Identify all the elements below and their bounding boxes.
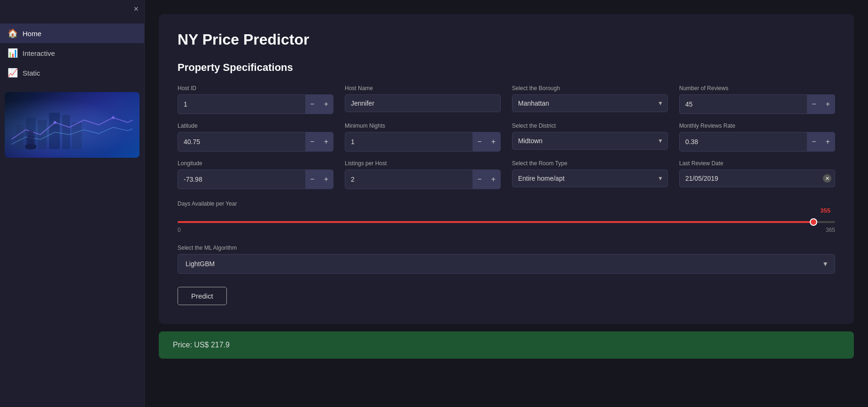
monthly-reviews-input-group: − +: [679, 132, 835, 152]
last-review-input[interactable]: [679, 169, 835, 187]
svg-rect-9: [27, 136, 34, 147]
monthly-reviews-input[interactable]: [680, 133, 807, 150]
district-select[interactable]: Midtown Upper West Side Harlem Chelsea S…: [512, 132, 668, 150]
borough-select-wrapper: Manhattan Brooklyn Queens Bronx Staten I…: [512, 94, 668, 112]
sidebar: × 🏠 Home 📊 Interactive 📈 Static: [0, 0, 145, 407]
price-result: Price: US$ 217.9: [159, 331, 854, 359]
content-card: NY Price Predictor Property Specificatio…: [159, 14, 854, 324]
sidebar-item-interactive-label: Interactive: [23, 49, 55, 57]
sidebar-item-interactive[interactable]: 📊 Interactive: [0, 43, 144, 63]
slider-container: 355 0 365: [178, 207, 835, 233]
num-reviews-input-group: − +: [679, 94, 835, 114]
host-id-input-group: − +: [178, 94, 333, 114]
longitude-label: Longitude: [178, 160, 333, 167]
interactive-icon: 📊: [8, 48, 18, 58]
borough-select[interactable]: Manhattan Brooklyn Queens Bronx Staten I…: [512, 94, 668, 112]
slider-max-label: 365: [826, 227, 835, 233]
sidebar-item-home[interactable]: 🏠 Home: [0, 23, 144, 43]
last-review-date-wrapper: ✕: [679, 169, 835, 187]
svg-point-7: [112, 116, 115, 119]
svg-rect-4: [62, 115, 70, 149]
min-nights-field: Minimum Nights − +: [345, 123, 501, 152]
host-name-input[interactable]: [345, 94, 501, 112]
monthly-reviews-decrement[interactable]: −: [807, 132, 821, 151]
host-id-decrement[interactable]: −: [305, 95, 319, 114]
days-available-section: Days Available per Year 355 0 365: [178, 200, 835, 233]
borough-field: Select the Borough Manhattan Brooklyn Qu…: [512, 85, 668, 114]
slider-min-label: 0: [178, 227, 181, 233]
last-review-clear-button[interactable]: ✕: [823, 174, 831, 183]
listings-per-host-input-group: − +: [345, 169, 501, 189]
min-nights-input[interactable]: [345, 133, 473, 150]
latitude-input[interactable]: [178, 133, 305, 150]
algorithm-select-wrapper: LightGBM XGBoost Random Forest Linear Re…: [178, 254, 835, 274]
svg-rect-3: [49, 113, 60, 149]
latitude-label: Latitude: [178, 123, 333, 129]
host-id-input[interactable]: [178, 96, 305, 113]
listings-per-host-field: Listings per Host − +: [345, 160, 501, 189]
num-reviews-input[interactable]: [680, 96, 807, 113]
min-nights-increment[interactable]: +: [487, 132, 500, 151]
svg-rect-0: [16, 125, 23, 149]
listings-per-host-label: Listings per Host: [345, 160, 501, 167]
sidebar-image: [5, 92, 140, 158]
section-title: Property Specifications: [178, 61, 835, 74]
static-icon: 📈: [8, 68, 18, 78]
latitude-increment[interactable]: +: [319, 132, 333, 151]
longitude-increment[interactable]: +: [319, 170, 333, 189]
listings-per-host-decrement[interactable]: −: [473, 170, 486, 189]
min-nights-decrement[interactable]: −: [473, 132, 486, 151]
price-result-text: Price: US$ 217.9: [173, 341, 230, 349]
longitude-decrement[interactable]: −: [305, 170, 319, 189]
slider-value-bubble: 355: [820, 207, 830, 214]
svg-rect-5: [72, 123, 82, 149]
days-available-slider[interactable]: [178, 221, 835, 223]
svg-point-6: [54, 121, 56, 124]
algorithm-label: Select the ML Algorithm: [178, 245, 835, 251]
longitude-input-group: − +: [178, 169, 333, 189]
latitude-decrement[interactable]: −: [305, 132, 319, 151]
host-name-field: Host Name: [345, 85, 501, 114]
close-button[interactable]: ×: [133, 5, 139, 13]
district-field: Select the District Midtown Upper West S…: [512, 123, 668, 152]
monthly-reviews-increment[interactable]: +: [821, 132, 835, 151]
borough-label: Select the Borough: [512, 85, 668, 92]
min-nights-input-group: − +: [345, 132, 501, 152]
num-reviews-increment[interactable]: +: [821, 95, 835, 114]
room-type-select[interactable]: Entire home/apt Private room Shared room…: [512, 169, 668, 187]
last-review-field: Last Review Date ✕: [679, 160, 835, 189]
host-id-field: Host ID − +: [178, 85, 333, 114]
room-type-label: Select the Room Type: [512, 160, 668, 167]
num-reviews-field: Number of Reviews − +: [679, 85, 835, 114]
district-label: Select the District: [512, 123, 668, 129]
longitude-field: Longitude − +: [178, 160, 333, 189]
sidebar-nav: 🏠 Home 📊 Interactive 📈 Static: [0, 23, 144, 83]
host-id-label: Host ID: [178, 85, 333, 92]
longitude-input[interactable]: [178, 171, 305, 188]
sidebar-item-static[interactable]: 📈 Static: [0, 63, 144, 83]
sidebar-item-home-label: Home: [23, 30, 41, 38]
algorithm-section: Select the ML Algorithm LightGBM XGBoost…: [178, 245, 835, 274]
svg-point-10: [28, 130, 33, 136]
num-reviews-label: Number of Reviews: [679, 85, 835, 92]
main-content: NY Price Predictor Property Specificatio…: [145, 0, 868, 407]
latitude-field: Latitude − +: [178, 123, 333, 152]
monthly-reviews-label: Monthly Reviews Rate: [679, 123, 835, 129]
algorithm-select[interactable]: LightGBM XGBoost Random Forest Linear Re…: [178, 254, 835, 274]
min-nights-label: Minimum Nights: [345, 123, 501, 129]
room-type-select-wrapper: Entire home/apt Private room Shared room…: [512, 169, 668, 187]
predict-button[interactable]: Predict: [178, 287, 227, 305]
form-grid: Host ID − + Host Name Select the Borough…: [178, 85, 835, 189]
monthly-reviews-field: Monthly Reviews Rate − +: [679, 123, 835, 152]
listings-per-host-increment[interactable]: +: [487, 170, 500, 189]
host-id-increment[interactable]: +: [319, 95, 333, 114]
last-review-label: Last Review Date: [679, 160, 835, 167]
latitude-input-group: − +: [178, 132, 333, 152]
host-name-label: Host Name: [345, 85, 501, 92]
page-title: NY Price Predictor: [178, 31, 835, 48]
listings-per-host-input[interactable]: [345, 171, 473, 188]
num-reviews-decrement[interactable]: −: [807, 95, 821, 114]
room-type-field: Select the Room Type Entire home/apt Pri…: [512, 160, 668, 189]
slider-minmax: 0 365: [178, 227, 835, 233]
sidebar-item-static-label: Static: [23, 69, 40, 77]
